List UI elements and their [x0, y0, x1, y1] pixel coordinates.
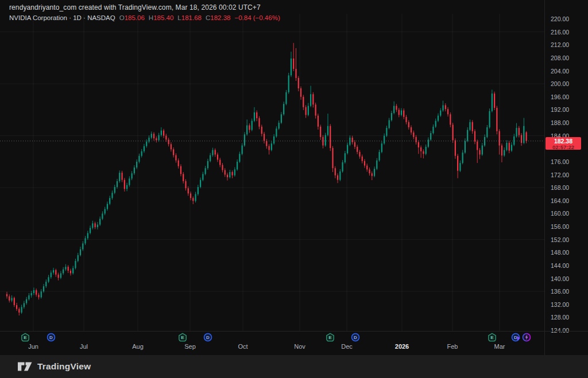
- bar-countdown: 02:57:22: [546, 145, 581, 150]
- candle-body: [362, 157, 363, 161]
- candle-body: [455, 141, 456, 156]
- candle-body: [325, 135, 326, 145]
- price-tick: 136.00: [551, 288, 569, 295]
- candle-body: [173, 149, 174, 155]
- tradingview-logo[interactable]: TradingView: [17, 361, 91, 372]
- candle-body: [310, 94, 311, 106]
- candle-body: [504, 150, 505, 156]
- candle-body: [16, 305, 17, 309]
- price-tick: 204.00: [551, 68, 569, 75]
- candle-body: [165, 136, 167, 140]
- dividend-marker-icon[interactable]: D: [203, 333, 212, 342]
- svg-text:D: D: [354, 335, 357, 340]
- candle-body: [281, 114, 282, 123]
- candle-body: [45, 282, 47, 286]
- candle-body: [374, 169, 375, 176]
- candle-body: [384, 136, 385, 144]
- earnings-marker-icon[interactable]: E: [21, 333, 30, 342]
- candle-body: [474, 131, 475, 142]
- candle-body: [225, 170, 226, 175]
- candle-body: [117, 181, 118, 187]
- candle-body: [303, 97, 304, 107]
- price-tick: 192.00: [551, 106, 569, 113]
- earnings-marker-icon[interactable]: E: [178, 333, 187, 342]
- candle-body: [80, 250, 81, 255]
- month-label: Jul: [80, 343, 88, 350]
- candle-body: [192, 198, 194, 201]
- candle-body: [234, 169, 235, 175]
- candle-body: [231, 172, 233, 176]
- candle-body: [254, 112, 255, 121]
- candle-body: [153, 134, 154, 138]
- candle-body: [322, 137, 323, 146]
- candle-body: [432, 127, 434, 133]
- month-label: Feb: [447, 343, 458, 350]
- candle-body: [408, 122, 409, 127]
- candle-body: [11, 298, 12, 301]
- candle-body: [291, 59, 292, 75]
- candle-body: [482, 146, 483, 155]
- candle-body: [38, 295, 39, 298]
- price-tick: 160.00: [551, 210, 569, 217]
- candle-body: [146, 142, 147, 146]
- candle-body: [315, 104, 316, 115]
- candle-body: [202, 174, 203, 180]
- candle-body: [151, 134, 152, 138]
- candle-body: [521, 135, 522, 143]
- dividend-marker-icon[interactable]: D: [351, 333, 360, 342]
- candle-body: [246, 126, 247, 135]
- svg-text:E: E: [490, 335, 494, 340]
- candle-body: [121, 173, 122, 180]
- candle-body: [452, 124, 453, 140]
- candle-body: [345, 153, 346, 162]
- earnings-marker-icon[interactable]: E: [488, 333, 497, 342]
- candle-body: [357, 147, 358, 152]
- price-axis[interactable]: 182.38 02:57:22 220.00216.00212.00208.00…: [544, 0, 588, 355]
- chart-canvas[interactable]: [0, 0, 588, 378]
- price-tick: 200.00: [551, 80, 569, 87]
- dividend-marker-icon[interactable]: D: [47, 333, 56, 342]
- lightning-icon[interactable]: [522, 333, 531, 342]
- candle-body: [393, 106, 394, 113]
- candle-body: [391, 113, 392, 120]
- candle-body: [261, 127, 262, 134]
- earnings-marker-icon[interactable]: E: [326, 333, 335, 342]
- candle-body: [330, 126, 331, 148]
- high-letter: H: [149, 14, 153, 21]
- time-axis[interactable]: JunJulAugSepOctNovDec2026FebMar E E E E …: [0, 331, 588, 356]
- candle-body: [271, 143, 272, 150]
- candle-body: [288, 75, 289, 92]
- candle-body: [435, 121, 436, 127]
- candle-body: [526, 133, 527, 141]
- candle-body: [376, 161, 377, 169]
- candle-body: [78, 255, 79, 261]
- symbol-legend[interactable]: NVIDIA Corporation · 1D · NASDAQO185.06H…: [9, 14, 280, 21]
- candle-body: [134, 167, 135, 173]
- candle-body: [430, 133, 431, 139]
- candle-body: [516, 128, 517, 137]
- candle-body: [327, 126, 328, 135]
- candle-body: [87, 233, 88, 238]
- candle-body: [43, 286, 44, 291]
- candle-body: [300, 88, 301, 97]
- symbol-title: NVIDIA Corporation · 1D · NASDAQ: [9, 14, 115, 21]
- candle-body: [124, 180, 125, 189]
- candle-body: [90, 228, 91, 233]
- svg-text:D: D: [49, 335, 53, 340]
- price-tick: 172.00: [551, 172, 569, 178]
- candle-body: [215, 150, 216, 155]
- candle-body: [378, 152, 380, 161]
- candle-body: [102, 213, 103, 219]
- candle-body: [252, 121, 253, 130]
- candle-body: [318, 116, 319, 127]
- candle-body: [335, 168, 336, 175]
- candle-body: [359, 152, 360, 157]
- candle-body: [36, 290, 37, 295]
- candle-body: [129, 178, 130, 185]
- candle-body: [403, 111, 404, 117]
- candle-body: [352, 138, 353, 142]
- candle-body: [188, 188, 189, 193]
- candle-body: [386, 128, 387, 136]
- candle-body: [75, 261, 76, 268]
- candle-body: [501, 146, 502, 156]
